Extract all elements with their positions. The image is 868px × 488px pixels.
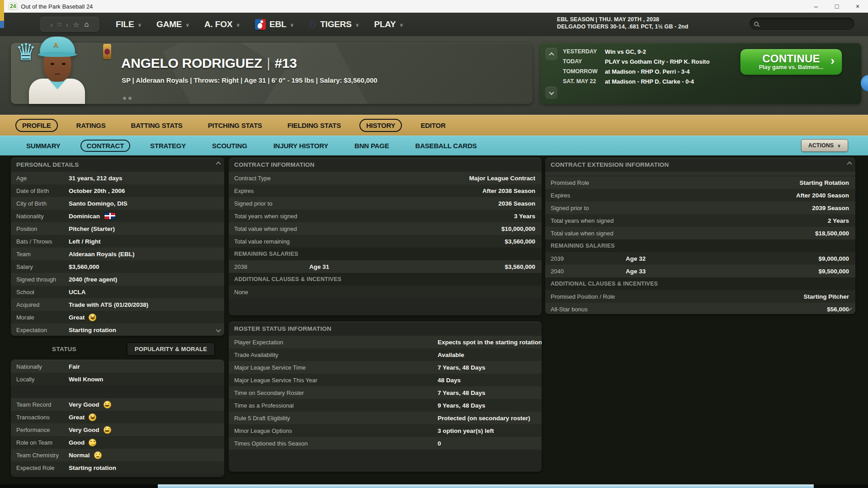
tab-history[interactable]: HISTORY [359, 119, 402, 132]
tab-pitching-stats[interactable]: PITCHING STATS [201, 119, 269, 132]
tab-profile[interactable]: PROFILE [15, 119, 58, 132]
ebl-league-logo-icon [255, 19, 266, 30]
page-indicator-dots[interactable] [123, 94, 134, 102]
row-label: Contract Type [234, 175, 469, 182]
window-controls: – □ × [806, 0, 868, 13]
row-value: October 20th , 2006 [69, 188, 218, 194]
row-value: Major League Contract [469, 175, 535, 182]
schedule-detail: at Madison - RHP D. Clarke - 0-4 [605, 78, 694, 85]
continue-button[interactable]: CONTINUE › Play game vs. Batmen... [740, 49, 842, 75]
search-input[interactable] [762, 20, 844, 28]
status-toggle-button[interactable]: STATUS [52, 346, 76, 352]
actions-button[interactable]: ACTIONS ∨ [801, 139, 848, 152]
detail-row: Role on TeamGood [11, 436, 224, 449]
close-button[interactable]: × [847, 0, 868, 13]
detail-row: Time on Secondary Roster7 Years, 48 Days [229, 386, 542, 399]
search-icon [754, 22, 759, 26]
row-label: Expires [234, 188, 482, 194]
row-value: Protected (on secondary roster) [438, 415, 535, 422]
menu-game[interactable]: GAME ∨ [156, 19, 189, 29]
tab-strategy[interactable]: STRATEGY [144, 140, 192, 152]
menu-manager[interactable]: A. FOX ∨ [204, 19, 240, 29]
row-label: Locally [16, 376, 69, 383]
row-label: Team Chemistry [16, 452, 69, 459]
tab-batting-stats[interactable]: BATTING STATS [124, 119, 189, 132]
home-icon[interactable]: ⌂ [85, 21, 89, 28]
pipe-separator: | [267, 56, 270, 70]
row-value: 31 years, 212 days [69, 175, 218, 182]
menu-team[interactable]: D TIGERS ∨ [309, 19, 359, 31]
row-value: Starting rotation [69, 327, 218, 333]
player-header-card: ♛ A ANGELO RODRIGUEZ|#13 SP | Alderaan R… [11, 43, 533, 104]
subsection-header-row: ADDITIONAL CLAUSES & INCENTIVES [545, 277, 855, 290]
menu-file[interactable]: FILE ∨ [116, 19, 142, 29]
tab-ratings[interactable]: RATINGS [70, 119, 113, 132]
row-value: UCLA [69, 289, 218, 296]
personal-details-panel: PERSONAL DETAILS Age31 years, 212 daysDa… [11, 158, 224, 336]
minimize-button[interactable]: – [806, 0, 826, 13]
row-label: Bats / Throws [16, 238, 69, 245]
row-value: Alderaan Royals (EBL) [69, 251, 218, 258]
schedule-rows: YESTERDAY Win vs GC, 9-2 TODAY PLAY vs G… [563, 47, 744, 86]
row-value: 2036 Season [498, 200, 535, 207]
tab-summary[interactable]: SUMMARY [20, 140, 67, 152]
schedule-row[interactable]: TODAY PLAY vs Gotham City - RHP K. Rosit… [563, 56, 744, 66]
row-label: Total value when signed [551, 230, 815, 237]
panel-title: PERSONAL DETAILS [11, 158, 224, 172]
row-value: $10,000,000 [501, 225, 535, 232]
tab-editor[interactable]: EDITOR [414, 119, 452, 132]
detail-row: Salary$3,560,000 [11, 260, 224, 273]
schedule-row[interactable]: TOMORROW at Madison - RHP O. Perri - 3-4 [563, 66, 744, 76]
row-value: 0 [438, 440, 535, 447]
row-value: Left / Right [69, 238, 218, 245]
maximize-button[interactable]: □ [826, 0, 847, 13]
main-navbar: ‹ □ › ☆ ⌂ FILE ∨ GAME ∨ A. FOX ∨ EBL ∨ [0, 13, 868, 36]
status-popularity-toggle: STATUS POPULARITY & MORALE [11, 339, 224, 359]
tab-contract[interactable]: CONTRACT [80, 140, 131, 152]
row-label: Time as a Professional [234, 402, 438, 409]
schedule-up-button[interactable] [545, 48, 557, 60]
tab-scouting[interactable]: SCOUTING [206, 140, 254, 152]
tab-injury-history[interactable]: INJURY HISTORY [267, 140, 335, 152]
back-icon[interactable]: ‹ [51, 21, 53, 28]
chevron-up-icon [549, 52, 554, 57]
row-label: Major League Service Time [234, 364, 438, 371]
schedule-row[interactable]: SAT. MAY 22 at Madison - RHP D. Clarke -… [563, 76, 744, 86]
page-icon[interactable]: □ [58, 22, 61, 27]
row-value: $9,500,000 [818, 268, 849, 275]
subsection-label: REMAINING SALARIES [234, 251, 298, 257]
forward-icon[interactable]: › [66, 21, 68, 28]
schedule-down-button[interactable] [545, 87, 557, 99]
row-value: 7 Years, 48 Days [438, 389, 535, 396]
detail-row: ExpiresAfter 2040 Season [545, 189, 855, 202]
row-label: Nationality [16, 213, 69, 220]
menu-play[interactable]: PLAY ∨ [374, 19, 403, 29]
panel-title: CONTRACT INFORMATION [229, 158, 542, 172]
search-box[interactable] [750, 18, 854, 30]
tab-fielding-stats[interactable]: FIELDING STATS [281, 119, 348, 132]
menu-bar: FILE ∨ GAME ∨ A. FOX ∨ EBL ∨ D TIGERS ∨ [116, 13, 403, 36]
row-label: Signed prior to [551, 205, 812, 211]
panel-title: CONTRACT EXTENSION INFORMATION [545, 158, 855, 172]
row-label: City of Birth [16, 200, 69, 207]
detail-row: Expected RoleStarting rotation [11, 461, 224, 474]
all-star-badge-icon [103, 44, 111, 59]
row-label: Signed through [16, 276, 69, 283]
detail-row: Promised Position / RoleStarting Pitcher [545, 290, 855, 303]
detail-row: Times Optioned this Season0 [229, 437, 542, 450]
tab-baseball-cards[interactable]: BASEBALL CARDS [409, 140, 483, 152]
tab-bnn-page[interactable]: BNN PAGE [348, 140, 395, 152]
detail-row: Major League Service Time7 Years, 48 Day… [229, 361, 542, 374]
popularity-morale-toggle-button[interactable]: POPULARITY & MORALE [127, 342, 215, 356]
detail-row: ExpectationStarting rotation [11, 324, 224, 336]
row-label: None [234, 289, 535, 296]
schedule-day: TOMORROW [563, 68, 605, 75]
player-number: #13 [274, 56, 297, 70]
star-icon[interactable]: ☆ [73, 21, 79, 28]
detail-row: TeamAlderaan Royals (EBL) [11, 248, 224, 260]
row-label: Salary [16, 263, 69, 270]
assistant-bubble-icon[interactable] [861, 75, 868, 91]
menu-league[interactable]: EBL ∨ [255, 19, 294, 30]
detail-row: MoraleGreat [11, 311, 224, 324]
schedule-row[interactable]: YESTERDAY Win vs GC, 9-2 [563, 47, 744, 56]
